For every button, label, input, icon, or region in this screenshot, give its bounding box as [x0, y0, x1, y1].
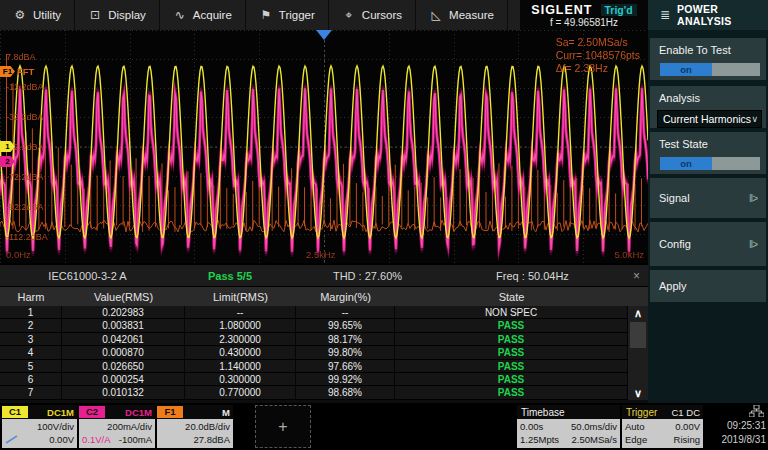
analysis-dropdown-value: Current Harmonics — [658, 113, 751, 125]
f1-badge: F1 — [157, 406, 183, 418]
menu-cursors-label: Cursors — [362, 9, 402, 21]
menu-measure-label: Measure — [449, 9, 494, 21]
power-analysis-panel: ≣ POWER ANALYSIS Enable To Test on Analy… — [648, 0, 768, 403]
f1-offset: 27.8dBA — [194, 434, 230, 445]
clock-block: 09:25:31 2019/8/31 — [705, 405, 766, 448]
section-config[interactable]: Config‖> — [650, 222, 766, 266]
trigger-mode: Auto — [625, 421, 645, 432]
menu-acquire[interactable]: ∿Acquire — [160, 0, 246, 30]
channel1-descriptor[interactable]: C1DC1M 100V/div 0.00V — [2, 405, 77, 448]
enable-to-test-toggle[interactable]: on — [660, 63, 760, 76]
panel-title: POWER ANALYSIS — [677, 3, 768, 27]
table-row[interactable]: 10.202983----NON SPEC — [0, 306, 648, 319]
trigger-slope: Rising — [674, 434, 700, 445]
flag-icon: ⚑ — [259, 8, 273, 22]
scroll-up-icon[interactable]: ∧ — [628, 306, 648, 320]
f1-scale: 20.0dB/div — [185, 421, 230, 432]
table-row[interactable]: 40.0008700.43000099.80%PASS — [0, 346, 648, 359]
c1-badge: C1 — [2, 406, 28, 418]
menu-cursors[interactable]: ⌖Cursors — [329, 0, 416, 30]
col-header-harm: Harm — [0, 291, 62, 303]
enable-to-test-label: Enable To Test — [650, 38, 766, 56]
c1-coupling: DC1M — [47, 407, 77, 418]
section-test-state: Test State on — [650, 132, 766, 174]
table-row[interactable]: 70.0101320.77000098.68%PASS — [0, 386, 648, 399]
fft-scale-label: -112.2dBA — [6, 232, 48, 242]
table-header-row: Harm Value(RMS) Limit(RMS) Margin(%) Sta… — [0, 286, 648, 306]
siglent-logo: SIGLENT — [531, 3, 592, 17]
scroll-down-icon[interactable]: ∨ — [628, 386, 648, 400]
c1-offset: 0.00V — [49, 434, 74, 445]
sample-rate-readout: Sa= 2.50MSa/s — [556, 36, 640, 49]
menu-acquire-label: Acquire — [193, 9, 232, 21]
channel2-descriptor[interactable]: C2DC1M 200mA/div 0.1V/A-100mA — [79, 405, 155, 448]
trigger-level: 0.00V — [675, 421, 700, 432]
pass-status: Pass 5/5 — [175, 270, 285, 282]
fft-scale-label: 7.8dBA — [6, 52, 36, 62]
close-icon[interactable]: × — [615, 269, 648, 283]
menu-trigger[interactable]: ⚑Trigger — [246, 0, 329, 30]
table-row[interactable]: 60.0002540.30000099.92%PASS — [0, 373, 648, 386]
section-apply[interactable]: Apply — [650, 270, 766, 302]
section-signal[interactable]: Signal‖> — [650, 178, 766, 218]
test-state-label: Test State — [650, 132, 766, 150]
submenu-arrow-icon: ‖> — [749, 193, 757, 204]
table-row[interactable]: 50.0266501.14000097.66%PASS — [0, 360, 648, 373]
thd-readout: THD : 27.60% — [285, 270, 450, 282]
menu-display[interactable]: ⊡Display — [75, 0, 160, 30]
signal-label: Signal — [659, 192, 690, 204]
trigger-position-marker[interactable] — [316, 30, 332, 40]
timebase-points: 1.25Mpts — [520, 434, 559, 445]
fft-scale-label: -12.2dBA — [6, 82, 44, 92]
apply-button: Apply — [659, 280, 687, 292]
trigger-source: C1 DC — [671, 407, 703, 418]
menu-utility-label: Utility — [33, 9, 61, 21]
oscilloscope-screen: ⚙Utility ⊡Display ∿Acquire ⚑Trigger ⌖Cur… — [0, 0, 768, 450]
menu-trigger-label: Trigger — [279, 9, 315, 21]
delta-f-readout: Δf= 2.38Hz — [556, 62, 640, 75]
col-header-margin: Margin(%) — [296, 291, 395, 303]
plus-icon: + — [278, 418, 287, 436]
freq-axis-start: 0.0Hz — [6, 249, 31, 260]
analysis-dropdown[interactable]: Current Harmonics ∨ — [657, 110, 762, 128]
acquire-icon: ∿ — [173, 8, 187, 22]
menu-measure[interactable]: ◺Measure — [416, 0, 508, 30]
table-scrollbar[interactable]: ∧ ∨ — [628, 306, 648, 400]
timebase-label: Timebase — [517, 407, 565, 418]
analysis-label: Analysis — [650, 86, 766, 104]
trigger-frequency-readout: f = 49.96581Hz — [520, 17, 648, 28]
status-bar: C1DC1M 100V/div 0.00V C2DC1M 200mA/div 0… — [0, 403, 768, 450]
section-enable-to-test: Enable To Test on — [650, 38, 766, 80]
cursors-icon: ⌖ — [342, 8, 356, 22]
waveform-display: 7.8dBA -12.2dBA -32.2dBA -52.2dBA -72.2d… — [0, 30, 648, 263]
c2-probe-ratio: 0.1V/A — [82, 434, 111, 445]
menu-display-label: Display — [108, 9, 146, 21]
f1-mode: M — [222, 407, 233, 418]
waveform-canvas — [0, 30, 648, 263]
harmonics-table-panel: IEC61000-3-2 A Pass 5/5 THD : 27.60% Fre… — [0, 265, 648, 403]
standard-name: IEC61000-3-2 A — [0, 270, 175, 282]
table-body: 10.202983----NON SPEC 20.0038311.0800009… — [0, 306, 648, 400]
trigger-descriptor[interactable]: TriggerC1 DC Auto0.00V EdgeRising — [622, 405, 703, 448]
timebase-descriptor[interactable]: Timebase 0.00s50.0ms/div 1.25Mpts2.50MSa… — [517, 405, 620, 448]
toggle-on-label: on — [660, 63, 712, 76]
brand-block: SIGLENT Trig'd f = 49.96581Hz — [520, 0, 648, 30]
points-readout: Curr= 1048576pts — [556, 49, 640, 62]
table-row[interactable]: 30.0420612.30000098.17%PASS — [0, 333, 648, 346]
table-row[interactable]: 20.0038311.08000099.65%PASS — [0, 319, 648, 332]
section-analysis: Analysis Current Harmonics ∨ — [650, 86, 766, 128]
scrollbar-thumb[interactable] — [630, 322, 646, 348]
menu-utility[interactable]: ⚙Utility — [0, 0, 75, 30]
fft-scale-label: -92.2dBA — [6, 202, 44, 212]
test-state-toggle[interactable]: on — [660, 157, 760, 170]
fft-scale-label: -32.2dBA — [6, 112, 44, 122]
math-f1-descriptor[interactable]: F1M 20.0dB/div 27.8dBA — [157, 405, 233, 448]
config-label: Config — [659, 238, 691, 250]
col-header-limit: Limit(RMS) — [185, 291, 296, 303]
list-icon: ≣ — [660, 8, 670, 22]
add-channel-button[interactable]: + — [255, 405, 311, 448]
time-readout: 09:25:31 — [705, 419, 766, 433]
trigger-type: Edge — [625, 434, 647, 445]
freq-axis-mid: 2.5kHz — [306, 249, 336, 260]
timebase-scale: 50.0ms/div — [571, 421, 617, 432]
